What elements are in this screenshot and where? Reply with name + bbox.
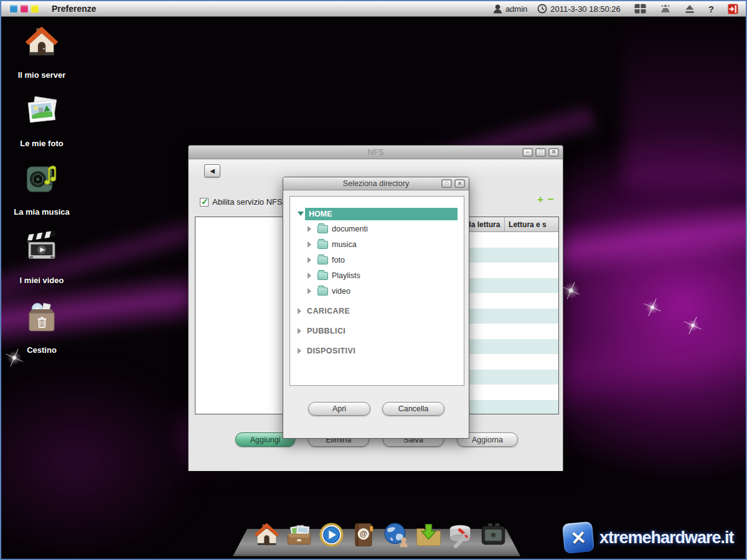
nfs-window-titlebar[interactable]: NFS – □ ✕ (189, 146, 563, 159)
minimize-icon[interactable]: – (522, 148, 533, 157)
table-row (468, 385, 558, 400)
clock-icon (537, 4, 547, 14)
table-row (468, 232, 558, 248)
watermark: ✕ xtremehardware.it (563, 523, 734, 553)
chevron-right-icon[interactable] (308, 257, 311, 263)
desktop-item-label: Le mie foto (11, 139, 73, 148)
select-directory-dialog: Seleziona directory □ ✕ HOME documenti m… (283, 177, 469, 439)
tree-item-caricare[interactable]: CARICARE (298, 303, 350, 319)
svg-text:✻: ✻ (491, 531, 496, 539)
arrow-left-icon: ◀ (210, 167, 215, 174)
trash-icon (24, 300, 59, 335)
dock-download-icon[interactable] (415, 521, 443, 549)
folder-icon (317, 272, 328, 280)
chevron-right-icon[interactable] (308, 273, 311, 279)
dock-media-player-icon[interactable] (317, 521, 345, 549)
back-button[interactable]: ◀ (204, 164, 220, 177)
clock-display: 2011-3-30 18:50:26 (537, 4, 621, 14)
table-row (468, 309, 558, 324)
help-button[interactable]: ? (708, 4, 714, 14)
tree-item-video[interactable]: video (308, 284, 350, 299)
watermark-text: xtremehardware.it (599, 528, 734, 548)
tree-item-musica[interactable]: musica (308, 237, 357, 252)
window-grid-icon[interactable] (634, 4, 646, 14)
user-menu[interactable]: admin (493, 4, 527, 14)
tree-item-label: foto (332, 256, 345, 264)
column-header-read-write[interactable]: Lettura e s (505, 217, 558, 231)
folder-icon (317, 225, 328, 233)
tree-item-documenti[interactable]: documenti (308, 222, 368, 236)
tree-item-playlists[interactable]: Playlists (308, 268, 360, 283)
dock-disk-utility-icon[interactable] (447, 521, 475, 549)
eject-icon[interactable] (685, 4, 695, 14)
open-button[interactable]: Apri (308, 402, 370, 416)
nfs-enable-checkbox[interactable]: ✓ (200, 198, 209, 207)
close-icon[interactable]: ✕ (548, 148, 559, 157)
dock-home-icon[interactable] (253, 521, 281, 549)
chevron-right-icon[interactable] (298, 348, 301, 354)
table-row (468, 263, 558, 278)
desktop-item-my-videos[interactable]: I miei video (11, 230, 73, 285)
chevron-right-icon[interactable] (298, 308, 301, 314)
selected-row-highlight[interactable]: HOME (305, 208, 458, 220)
tree-item-label: PUBBLICI (307, 327, 345, 335)
dialog-titlebar[interactable]: Seleziona directory □ ✕ (283, 177, 469, 190)
music-icon (24, 162, 59, 197)
chevron-down-icon[interactable] (298, 212, 304, 216)
brand-square-magenta (21, 5, 28, 12)
checkmark-icon: ✓ (201, 197, 209, 207)
tree-item-label: Playlists (332, 271, 360, 280)
brand-square-blue (10, 5, 17, 12)
cancel-button[interactable]: Cancella (382, 402, 444, 416)
tree-item-label: video (332, 287, 350, 296)
desktop-item-my-server[interactable]: Il mio server (11, 25, 73, 80)
photos-icon (24, 93, 59, 128)
table-row (468, 293, 558, 309)
video-icon (24, 230, 59, 265)
desktop-item-trash[interactable]: Cestino (11, 300, 73, 355)
dock-contacts-icon[interactable]: @ (350, 521, 378, 549)
logout-icon[interactable] (728, 4, 738, 14)
table-row (468, 370, 558, 385)
maximize-icon[interactable]: □ (441, 179, 452, 188)
desktop-item-label: I miei video (11, 276, 73, 285)
dock-photo-box-icon[interactable] (285, 521, 313, 549)
table-row (468, 324, 558, 339)
tree-item-dispositivi[interactable]: DISPOSITIVI (298, 343, 355, 359)
tree-item-foto[interactable]: foto (308, 253, 345, 268)
xtremehardware-logo-icon: ✕ (562, 521, 594, 554)
network-icon[interactable] (660, 4, 671, 14)
desktop-item-my-photos[interactable]: Le mie foto (11, 93, 73, 148)
permission-table[interactable]: ola lettura Lettura e s (467, 217, 559, 414)
tree-item-home[interactable]: HOME (290, 208, 464, 220)
tree-item-pubblici[interactable]: PUBBLICI (298, 323, 345, 339)
desktop-item-label: Cestino (11, 345, 73, 355)
maximize-icon[interactable]: □ (535, 148, 546, 157)
dock-web-share-icon[interactable] (382, 521, 410, 549)
tree-item-label: DISPOSITIVI (307, 347, 355, 355)
user-icon (493, 4, 502, 14)
datetime-text: 2011-3-30 18:50:26 (550, 4, 621, 14)
remove-share-icon[interactable]: − (548, 194, 554, 205)
close-icon[interactable]: ✕ (454, 179, 465, 188)
add-share-icon[interactable]: + (537, 194, 543, 205)
desktop-item-my-music[interactable]: La mia musica (11, 162, 73, 217)
tree-item-label: musica (332, 240, 357, 249)
folder-icon (317, 256, 328, 264)
column-header-read-only[interactable]: ola lettura (468, 217, 505, 231)
dock-toolbox-icon[interactable]: ✻ (479, 521, 507, 549)
chevron-right-icon[interactable] (308, 241, 311, 248)
tree-item-label: CARICARE (307, 307, 350, 315)
desktop-item-label: La mia musica (11, 207, 73, 217)
table-row (468, 248, 558, 263)
chevron-right-icon[interactable] (308, 288, 311, 294)
page-title: Preferenze (52, 4, 96, 14)
chevron-right-icon[interactable] (298, 328, 301, 334)
chevron-right-icon[interactable] (308, 226, 311, 232)
home-icon (24, 25, 59, 60)
brand-square-yellow (31, 5, 39, 12)
window-title: NFS (189, 147, 563, 157)
directory-tree[interactable]: HOME documenti musica foto Play (289, 196, 464, 386)
table-row (468, 339, 558, 355)
table-row (468, 354, 558, 370)
